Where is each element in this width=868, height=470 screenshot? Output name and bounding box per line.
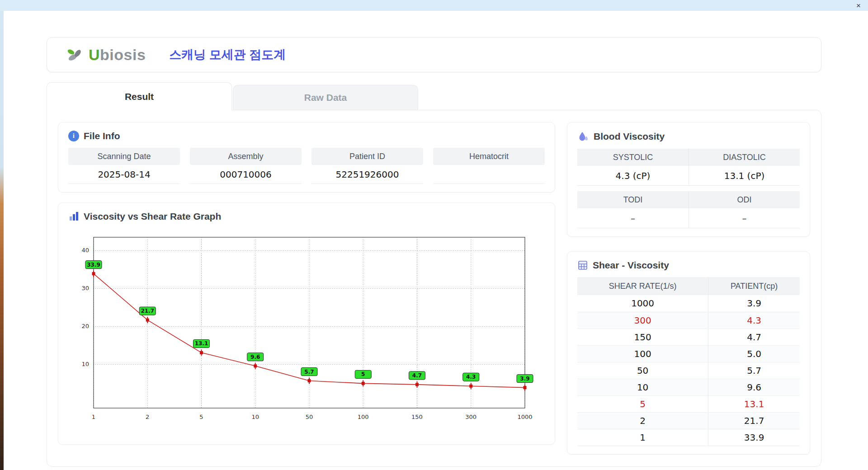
field-value: 52251926000	[311, 165, 423, 184]
systolic-header: SYSTOLIC	[577, 149, 689, 166]
viscosity-graph-card: Viscosity vs Shear Rate Graph 1020304033…	[58, 202, 555, 445]
odi-value: –	[689, 208, 800, 228]
file-info-card: i File Info Scanning Date 2025-08-14 Ass…	[58, 122, 555, 193]
todi-header: TODI	[577, 191, 689, 208]
patient-cell: 4.7	[708, 329, 800, 345]
table-row: 109.6	[577, 379, 800, 395]
svg-text:4.3: 4.3	[466, 374, 476, 380]
field-hematocrit: Hematocrit	[433, 148, 545, 184]
blood-viscosity-table: SYSTOLIC DIASTOLIC 4.3 (cP) 13.1 (cP) TO…	[577, 149, 800, 228]
table-row: 1504.7	[577, 329, 800, 345]
svg-text:13.1: 13.1	[195, 340, 208, 347]
window-title-bar: ×	[0, 0, 868, 11]
shear-viscosity-title: Shear - Viscosity	[593, 260, 669, 271]
ubiosis-logo-icon	[66, 46, 85, 63]
field-patient-id: Patient ID 52251926000	[311, 148, 423, 184]
field-assembly: Assembly 000710006	[190, 148, 302, 184]
svg-text:4.7: 4.7	[412, 372, 422, 379]
table-row: 1005.0	[577, 345, 800, 362]
ubiosis-logo: Ubiosis	[66, 46, 146, 64]
shear-viscosity-table: SHEAR RATE(1/s) PATIENT(cp) 10003.9 3004…	[577, 277, 800, 446]
patient-cell: 21.7	[708, 412, 800, 429]
svg-text:30: 30	[81, 285, 89, 291]
svg-text:100: 100	[358, 414, 369, 420]
table-row: 513.1	[577, 395, 800, 412]
shear-rate-cell: 300	[577, 312, 708, 329]
page-title: 스캐닝 모세관 점도계	[169, 47, 286, 63]
shear-rate-column-header: SHEAR RATE(1/s)	[577, 277, 708, 295]
svg-text:40: 40	[81, 247, 89, 254]
field-value	[433, 165, 545, 184]
svg-text:10: 10	[251, 414, 259, 420]
table-row: 221.7	[577, 412, 800, 429]
shear-rate-cell: 1000	[577, 295, 708, 312]
patient-cell: 5.7	[708, 362, 800, 379]
svg-text:1: 1	[92, 414, 95, 420]
desktop-background-sliver	[0, 11, 4, 470]
diastolic-value: 13.1 (cP)	[689, 166, 800, 186]
svg-text:300: 300	[465, 414, 476, 420]
svg-text:2: 2	[146, 414, 149, 420]
graph-title: Viscosity vs Shear Rate Graph	[84, 211, 221, 222]
field-value: 2025-08-14	[68, 165, 180, 184]
shear-rate-cell: 1	[577, 429, 708, 446]
droplet-icon	[577, 131, 589, 142]
table-row: 10003.9	[577, 295, 800, 312]
patient-cell: 3.9	[708, 295, 800, 312]
odi-header: ODI	[689, 191, 800, 208]
patient-cell: 13.1	[708, 395, 800, 412]
shear-rate-cell: 100	[577, 345, 708, 362]
table-row: 3004.3	[577, 312, 800, 329]
result-panel: i File Info Scanning Date 2025-08-14 Ass…	[47, 110, 821, 467]
patient-cell: 33.9	[708, 429, 800, 446]
table-grid-icon	[577, 260, 588, 271]
field-value: 000710006	[190, 165, 302, 184]
tab-raw-data[interactable]: Raw Data	[233, 85, 418, 110]
patient-cell: 9.6	[708, 379, 800, 395]
shear-rate-cell: 50	[577, 362, 708, 379]
info-icon: i	[68, 131, 79, 141]
table-row: 133.9	[577, 429, 800, 446]
shear-viscosity-card: Shear - Viscosity SHEAR RATE(1/s) PATIEN…	[567, 251, 810, 455]
shear-rate-cell: 10	[577, 379, 708, 395]
bar-chart-icon	[68, 211, 79, 222]
shear-rate-cell: 2	[577, 412, 708, 429]
svg-text:1000: 1000	[517, 414, 532, 420]
field-label: Hematocrit	[433, 148, 545, 165]
app-window: Ubiosis 스캐닝 모세관 점도계 Result Raw Data i Fi…	[4, 11, 868, 470]
blood-viscosity-card: Blood Viscosity SYSTOLIC DIASTOLIC 4.3 (…	[567, 122, 810, 237]
svg-text:21.7: 21.7	[141, 308, 154, 314]
field-label: Assembly	[190, 148, 302, 165]
svg-text:9.6: 9.6	[250, 354, 260, 360]
shear-rate-cell: 150	[577, 329, 708, 345]
viscosity-chart: 1020304033.921.713.19.65.754.74.33.91251…	[70, 231, 542, 434]
tab-result[interactable]: Result	[47, 82, 232, 110]
svg-text:5: 5	[199, 414, 203, 420]
svg-text:33.9: 33.9	[87, 262, 100, 268]
shear-rate-cell: 5	[577, 395, 708, 412]
todi-value: –	[577, 208, 689, 228]
systolic-value: 4.3 (cP)	[577, 166, 689, 186]
app-header: Ubiosis 스캐닝 모세관 점도계	[47, 37, 821, 72]
patient-column-header: PATIENT(cp)	[708, 277, 800, 295]
svg-text:10: 10	[81, 361, 89, 367]
svg-text:150: 150	[411, 414, 423, 420]
file-info-title: File Info	[84, 131, 120, 141]
diastolic-header: DIASTOLIC	[689, 149, 800, 166]
field-label: Patient ID	[311, 148, 423, 165]
patient-cell: 5.0	[708, 345, 800, 362]
svg-text:5: 5	[361, 371, 365, 377]
close-button[interactable]: ×	[856, 2, 861, 9]
table-row: 505.7	[577, 362, 800, 379]
field-scanning-date: Scanning Date 2025-08-14	[68, 148, 180, 184]
svg-text:3.9: 3.9	[520, 376, 529, 382]
brand-name: Ubiosis	[89, 46, 146, 64]
svg-text:5.7: 5.7	[304, 369, 314, 375]
svg-text:50: 50	[306, 414, 313, 420]
tab-bar: Result Raw Data	[47, 82, 418, 110]
svg-text:20: 20	[81, 323, 89, 329]
blood-viscosity-title: Blood Viscosity	[594, 131, 665, 142]
field-label: Scanning Date	[68, 148, 180, 165]
patient-cell: 4.3	[708, 312, 800, 329]
